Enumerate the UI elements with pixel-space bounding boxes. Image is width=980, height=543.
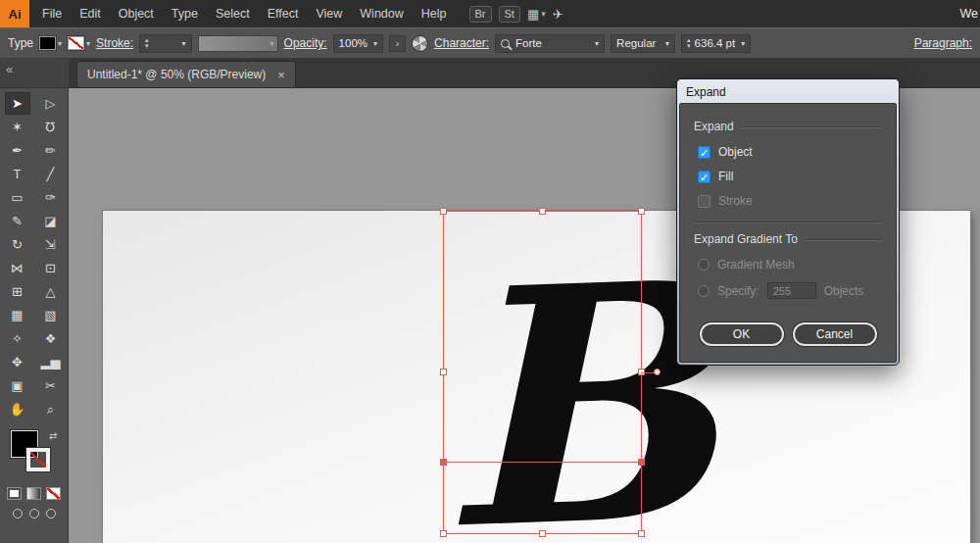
mesh-tool[interactable]: ▦ [5, 304, 30, 326]
magic-wand-tool[interactable]: ✶ [5, 116, 30, 138]
opacity-control[interactable]: 100% ▾ [333, 34, 383, 53]
stroke-color-control[interactable]: ▾ [68, 36, 90, 50]
menu-window[interactable]: Window [351, 0, 412, 27]
draw-normal-icon[interactable] [13, 509, 23, 518]
baseline-handle[interactable] [638, 459, 645, 466]
menu-edit[interactable]: Edit [71, 0, 110, 27]
column-graph-tool[interactable]: ▂▅ [38, 351, 64, 373]
arrange-documents-button[interactable]: ▦ ▾ [527, 7, 546, 22]
bridge-button[interactable]: Br [469, 6, 492, 23]
swap-fill-stroke-icon[interactable]: ⇄ [49, 430, 57, 441]
selection-handle[interactable] [440, 208, 447, 215]
color-mode-button[interactable] [7, 487, 22, 500]
dialog-title: Expand [686, 85, 726, 99]
font-style-value: Regular [616, 37, 660, 49]
selection-handle[interactable] [440, 369, 447, 375]
pencil-tool[interactable]: ✎ [5, 210, 30, 232]
font-size-control[interactable]: ▴▾ 636.4 pt ▾ [681, 34, 751, 53]
fill-checkbox[interactable]: ✓ [698, 171, 710, 183]
perspective-grid-tool[interactable]: △ [38, 280, 64, 303]
eraser-tool[interactable]: ◪ [38, 210, 64, 232]
width-tool[interactable]: ⋈ [5, 257, 30, 279]
selection-handle[interactable] [638, 530, 645, 537]
collapse-panel-button[interactable]: « [6, 62, 13, 76]
object-checkbox[interactable]: ✓ [698, 146, 710, 159]
zoom-tool[interactable]: ⌕ [38, 398, 64, 420]
rotate-tool[interactable]: ↻ [5, 233, 30, 256]
stroke-color-well[interactable] [26, 448, 50, 471]
paragraph-panel-link[interactable]: Paragraph: [914, 36, 972, 50]
hand-tool[interactable]: ✋ [5, 398, 30, 420]
stroke-none-swatch-icon [68, 36, 84, 50]
fill-color-control[interactable]: ▾ [39, 36, 62, 50]
baseline-handle[interactable] [440, 459, 447, 466]
rectangle-tool[interactable]: ▭ [5, 186, 30, 209]
curvature-tool[interactable]: ✏ [38, 139, 64, 162]
cancel-button[interactable]: Cancel [793, 322, 877, 346]
artboard-tool[interactable]: ▣ [5, 374, 30, 397]
recolor-artwork-icon[interactable] [412, 35, 428, 52]
gradient-mesh-radio[interactable] [698, 259, 710, 271]
menu-effect[interactable]: Effect [259, 0, 308, 27]
menubar: Ai FileEditObjectTypeSelectEffectViewWin… [0, 0, 980, 27]
symbol-sprayer-tool[interactable]: ✥ [5, 351, 30, 373]
stroke-panel-link[interactable]: Stroke: [96, 36, 133, 50]
type-tool[interactable]: T [5, 163, 30, 185]
blend-tool[interactable]: ❖ [38, 327, 64, 350]
font-family-dropdown[interactable]: Forte ▾ [495, 34, 605, 53]
menu-object[interactable]: Object [110, 0, 163, 27]
menu-view[interactable]: View [307, 0, 351, 27]
stroke-checkbox[interactable] [698, 195, 710, 208]
menu-help[interactable]: Help [413, 0, 456, 27]
stroke-weight-control[interactable]: ▴▾ ▾ [139, 34, 192, 53]
ok-button[interactable]: OK [700, 322, 784, 346]
character-panel-link[interactable]: Character: [434, 36, 489, 50]
menubar-menus: FileEditObjectTypeSelectEffectViewWindow… [33, 0, 456, 27]
none-mode-button[interactable] [46, 487, 61, 500]
lasso-tool[interactable]: ℧ [38, 116, 64, 138]
font-style-dropdown[interactable]: Regular ▾ [611, 34, 675, 53]
chevron-down-icon: ▾ [182, 39, 186, 48]
selection-handle[interactable] [539, 208, 546, 215]
paintbrush-tool[interactable]: ✑ [38, 186, 64, 209]
specify-radio[interactable] [698, 285, 710, 297]
stock-button[interactable]: St [499, 6, 520, 23]
document-tab-title: Untitled-1* @ 50% (RGB/Preview) [87, 68, 266, 81]
chevron-down-icon: ▾ [595, 39, 599, 48]
dialog-body: Expand ✓Object✓FillStroke Expand Gradien… [679, 103, 897, 363]
expand-section-label: Expand [694, 120, 734, 133]
workspace-switcher[interactable]: We [959, 7, 980, 21]
specify-option-row: Specify:255Objects [698, 282, 882, 299]
opacity-panel-link[interactable]: Opacity: [284, 36, 327, 50]
anchor-point-handle[interactable] [654, 369, 661, 375]
panel-arrow-button[interactable]: › [389, 35, 406, 52]
control-bar: Type ▾ ▾ Stroke: ▴▾ ▾ ▾ Opacity: 100% ▾ … [0, 27, 980, 59]
draw-behind-icon[interactable] [29, 509, 39, 518]
selection-handle[interactable] [440, 530, 447, 537]
selection-handle[interactable] [638, 208, 645, 215]
gpu-performance-icon[interactable]: ✈ [553, 7, 564, 22]
menu-file[interactable]: File [33, 0, 71, 27]
close-icon[interactable]: × [277, 68, 285, 82]
gradient-mode-button[interactable] [26, 487, 41, 500]
menu-select[interactable]: Select [207, 0, 259, 27]
shape-builder-tool[interactable]: ⊞ [5, 280, 30, 303]
document-tab[interactable]: Untitled-1* @ 50% (RGB/Preview) × [76, 61, 296, 87]
free-transform-tool[interactable]: ⊡ [38, 257, 64, 279]
direct-selection-tool[interactable]: ▷ [38, 92, 64, 115]
slice-tool[interactable]: ✂ [38, 374, 64, 397]
dialog-title-bar[interactable]: Expand [679, 81, 897, 103]
eyedropper-tool[interactable]: ✧ [5, 327, 30, 350]
pen-tool[interactable]: ✒ [5, 139, 30, 162]
section-rule [742, 126, 882, 127]
selection-handle[interactable] [539, 530, 546, 537]
selection-tool[interactable]: ➤ [5, 92, 30, 115]
scale-tool[interactable]: ⇲ [38, 233, 64, 256]
menu-type[interactable]: Type [163, 0, 207, 27]
line-segment-tool[interactable]: ╱ [38, 163, 64, 185]
gradient-options: Gradient MeshSpecify:255Objects [694, 258, 882, 299]
draw-inside-icon[interactable] [46, 509, 56, 518]
gradient-tool[interactable]: ▧ [38, 304, 64, 326]
specify-count-field[interactable]: 255 [767, 282, 816, 299]
width-profile-dropdown[interactable]: ▾ [198, 35, 278, 52]
